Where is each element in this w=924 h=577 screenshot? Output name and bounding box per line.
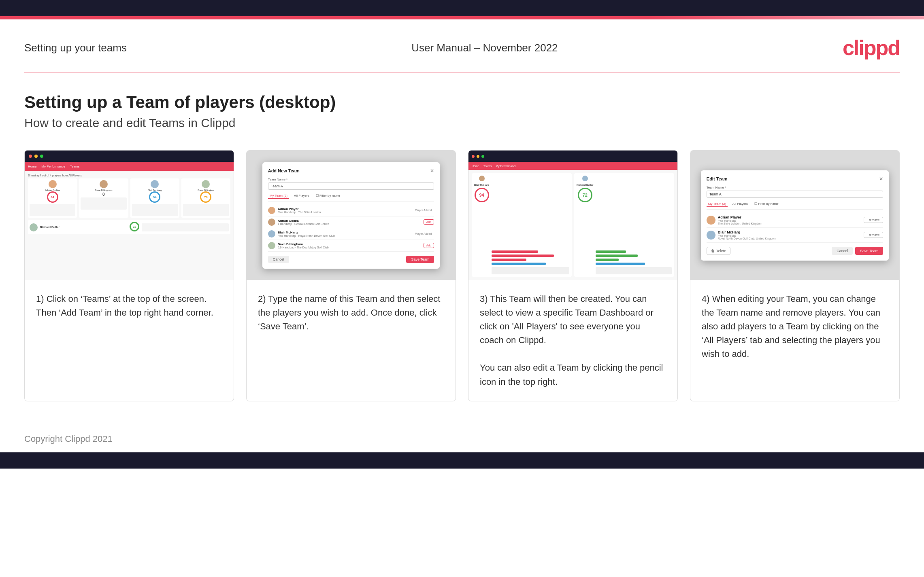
chart-1 (30, 204, 75, 216)
card-4-text: 4) When editing your Team, you can chang… (690, 280, 899, 401)
dialog-bg-4: Edit Team ✕ Team Name * Team A My Team (… (690, 151, 899, 280)
action-2-1: Player Added (413, 208, 434, 212)
score-circle-bottom: 72 (130, 222, 139, 231)
tab-allplayers-4[interactable]: All Players (731, 201, 749, 207)
page-heading: Setting up a Team of players (desktop) H… (0, 93, 924, 150)
score-area-3-2: Richard Butler 72 (577, 176, 593, 274)
pname-3-2: Richard Butler (577, 184, 593, 186)
top-bar (0, 0, 924, 16)
action-2-3: Player Added (413, 231, 434, 236)
accent-bar (0, 16, 924, 19)
player-mini-3: Blair McHarg 94 (130, 178, 179, 218)
header-divider (24, 72, 900, 72)
edit-player-4-1: Adrian Player Plus Handicap The Shire Lo… (707, 213, 883, 228)
dialog-footer-4: 🗑 Delete Cancel Save Team (707, 247, 883, 255)
team-name-input-4[interactable]: Team A (707, 191, 883, 198)
pname-2-1: Adrian Player (278, 207, 410, 211)
cancel-button-2[interactable]: Cancel (268, 256, 289, 263)
edit-player-list-4: Adrian Player Plus Handicap The Shire Lo… (707, 213, 883, 243)
psub-2-3: Plus Handicap · Royal North Devon Golf C… (278, 234, 410, 237)
chart-bottom (142, 223, 229, 231)
delete-button-4[interactable]: 🗑 Delete (707, 247, 731, 255)
card-2-text: 2) Type the name of this Team and then s… (247, 280, 456, 401)
team-name-label-4: Team Name * (707, 186, 883, 189)
edit-psub1-4-2: Plus Handicap (718, 234, 862, 237)
tab-all-players-2[interactable]: All Players (292, 193, 311, 199)
edit-info-4-1: Adrian Player Plus Handicap The Shire Lo… (718, 215, 862, 225)
info-2-3: Blair McHarg Plus Handicap · Royal North… (278, 231, 410, 237)
add-button-2-4[interactable]: Add (424, 243, 434, 248)
bar-2-3 (596, 258, 672, 261)
mockup3-content: Blair McHarg 94 (468, 170, 677, 280)
subnav-myperf-3: My Performance (496, 165, 516, 168)
team-name-input-2[interactable]: Team A (268, 182, 434, 190)
player-list-2: Adrian Player Plus Handicap · The Shire … (268, 205, 434, 252)
trash-icon: 🗑 (711, 249, 715, 253)
nav-myperf: My Performance (41, 165, 65, 168)
mini-chart-3-1 (492, 267, 569, 274)
dialog-tabs-2: My Team (2) All Players ☐ Filter by name (268, 193, 434, 202)
subnav-teams-3: Teams (483, 165, 492, 168)
mini-chart-3-2 (596, 267, 672, 274)
save-team-button-4[interactable]: Save Team (855, 247, 883, 255)
dialog-close-2[interactable]: ✕ (430, 168, 434, 174)
tab-filter-2[interactable]: ☐ Filter by name (314, 193, 342, 199)
psub-2-4: 5.9 Handicap · The Dog Majog Golf Club (278, 246, 421, 249)
cancel-button-4[interactable]: Cancel (832, 247, 853, 255)
name-bottom: Richard Butler (40, 226, 127, 229)
header: Setting up your teams User Manual – Nove… (0, 19, 924, 72)
player-row-2-1: Adrian Player Plus Handicap · The Shire … (268, 205, 434, 216)
score-circle-4: 78 (200, 191, 211, 203)
remove-button-4-1[interactable]: Remove (864, 217, 883, 223)
tab-my-team-2[interactable]: My Team (2) (268, 193, 289, 199)
player-mini-1: Adrian Collins 84 (28, 178, 77, 218)
app-content-1: Showing 4 out of 4 players from All Play… (25, 171, 234, 280)
dialog-title-4: Edit Team (707, 176, 728, 181)
page-subtitle: How to create and edit Teams in Clippd (24, 116, 900, 130)
info-bottom: Richard Butler (40, 226, 127, 229)
player-row-2-4: Dave Billingham 5.9 Handicap · The Dog M… (268, 240, 434, 252)
bottom-bar (0, 452, 924, 469)
info-2-4: Dave Billingham 5.9 Handicap · The Dog M… (278, 242, 421, 249)
card-4-screenshot: Edit Team ✕ Team Name * Team A My Team (… (690, 151, 899, 280)
card-3-text-content: 3) This Team will then be created. You c… (480, 294, 663, 387)
tab-myteam-4[interactable]: My Team (2) (707, 201, 728, 207)
add-button-2-2[interactable]: Add (424, 219, 434, 225)
name-1: Adrian Collins (30, 189, 75, 191)
chart-2 (81, 197, 126, 210)
mockup3-nav (468, 151, 677, 162)
player-row-2-3: Blair McHarg Plus Handicap · Royal North… (268, 228, 434, 240)
dialog-header-2: Add New Team ✕ (268, 168, 434, 174)
edit-pname-4-2: Blair McHarg (718, 230, 862, 234)
card-2: Add New Team ✕ Team Name * Team A My Tea… (246, 150, 456, 401)
player-row-2-2: Adrian Coliba 1 Handicap · Central Londo… (268, 216, 434, 228)
footer: Copyright Clippd 2021 (0, 426, 924, 452)
avatar-1 (49, 180, 57, 188)
remove-button-4-2[interactable]: Remove (864, 232, 883, 238)
window-dot-red (29, 155, 32, 158)
dialog-bg-2: Add New Team ✕ Team Name * Team A My Tea… (247, 151, 456, 280)
avatar-3-2 (582, 176, 588, 181)
dialog-close-4[interactable]: ✕ (879, 176, 883, 182)
dot-y3 (477, 155, 479, 158)
header-section-label: Setting up your teams (24, 42, 127, 54)
bar-1-3 (492, 258, 569, 261)
score-2: 0 (81, 192, 126, 197)
score-3-2: 72 (578, 188, 592, 202)
avatar-bottom (30, 223, 38, 231)
tab-filter-4[interactable]: ☐ Filter by name (753, 201, 780, 207)
team-name-label-2: Team Name * (268, 178, 434, 181)
nav-home: Home (28, 165, 36, 168)
mockup3-player-1: Blair McHarg 94 (472, 173, 572, 277)
edit-avatar-4-1 (707, 216, 715, 225)
dialog-header-4: Edit Team ✕ (707, 176, 883, 182)
bar-2-2 (596, 254, 672, 257)
avatar-4 (202, 180, 210, 188)
bar-1-1 (492, 250, 569, 253)
save-team-button-2[interactable]: Save Team (406, 256, 434, 263)
score-3-1: 94 (475, 188, 489, 202)
pname-3-1: Blair McHarg (474, 184, 489, 186)
edit-psub2-4-2: Royal North Devon Golf Club, United King… (718, 237, 862, 240)
bar-1-4 (492, 262, 569, 265)
dot-g3 (481, 155, 484, 158)
